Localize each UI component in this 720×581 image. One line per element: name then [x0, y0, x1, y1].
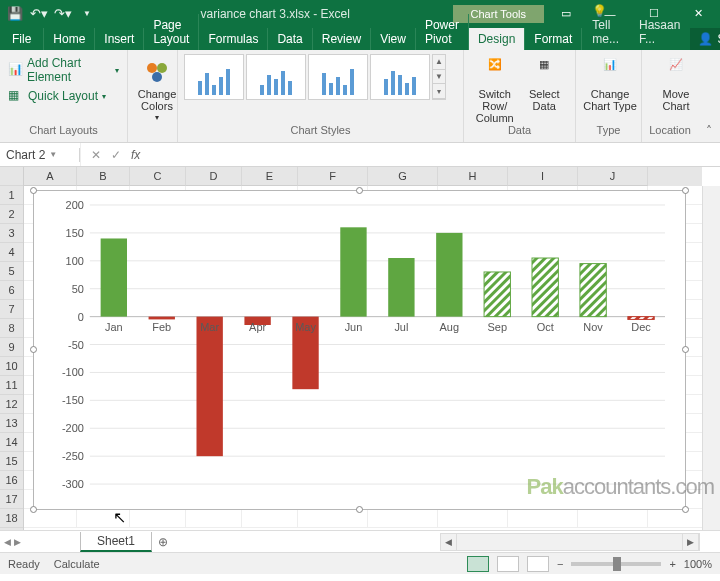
- select-all[interactable]: [0, 167, 23, 186]
- column-header[interactable]: J: [578, 167, 648, 186]
- tab-view[interactable]: View: [371, 28, 416, 50]
- column-header[interactable]: H: [438, 167, 508, 186]
- zoom-in-icon[interactable]: +: [669, 558, 675, 570]
- variance-bar-chart[interactable]: 200150100500-50-100-150-200-250-300JanFe…: [44, 199, 675, 502]
- share-button[interactable]: 👤Share: [690, 28, 720, 50]
- column-header[interactable]: G: [368, 167, 438, 186]
- normal-view-icon[interactable]: [467, 556, 489, 572]
- gallery-more-icon[interactable]: ▾: [433, 84, 445, 99]
- row-header[interactable]: 18: [0, 509, 23, 528]
- save-icon[interactable]: 💾: [4, 3, 26, 25]
- new-sheet-icon[interactable]: ⊕: [158, 535, 178, 549]
- vertical-scrollbar[interactable]: [702, 186, 720, 530]
- style-gallery-controls[interactable]: ▲▼▾: [432, 54, 446, 100]
- row-header[interactable]: 1: [0, 186, 23, 205]
- gallery-up-icon[interactable]: ▲: [433, 55, 445, 70]
- tab-format[interactable]: Format: [525, 28, 582, 50]
- zoom-out-icon[interactable]: −: [557, 558, 563, 570]
- tell-me[interactable]: 💡 Tell me...: [582, 0, 629, 50]
- tab-review[interactable]: Review: [313, 28, 371, 50]
- qat-customize-icon[interactable]: ▼: [76, 3, 98, 25]
- column-header[interactable]: D: [186, 167, 242, 186]
- name-box[interactable]: Chart 2▼: [0, 148, 80, 162]
- scroll-right-icon[interactable]: ▶: [683, 534, 699, 550]
- insert-function-icon[interactable]: fx: [131, 148, 140, 162]
- chart-style-1[interactable]: [184, 54, 244, 100]
- gallery-down-icon[interactable]: ▼: [433, 70, 445, 85]
- column-header[interactable]: F: [298, 167, 368, 186]
- page-break-view-icon[interactable]: [527, 556, 549, 572]
- tab-data[interactable]: Data: [268, 28, 312, 50]
- row-header[interactable]: 13: [0, 414, 23, 433]
- chart-style-2[interactable]: [246, 54, 306, 100]
- cell[interactable]: [508, 509, 578, 527]
- row-header[interactable]: 17: [0, 490, 23, 509]
- row-header[interactable]: 6: [0, 281, 23, 300]
- tab-design[interactable]: Design: [469, 28, 525, 50]
- column-header[interactable]: A: [24, 167, 77, 186]
- name-box-dropdown-icon[interactable]: ▼: [49, 150, 57, 159]
- resize-handle[interactable]: [356, 506, 363, 513]
- zoom-slider[interactable]: [571, 562, 661, 566]
- tab-file[interactable]: File: [0, 28, 44, 50]
- tab-insert[interactable]: Insert: [95, 28, 144, 50]
- undo-icon[interactable]: ↶▾: [28, 3, 50, 25]
- sheet-nav-next-icon[interactable]: ▶: [14, 537, 21, 547]
- page-layout-view-icon[interactable]: [497, 556, 519, 572]
- column-header[interactable]: E: [242, 167, 298, 186]
- resize-handle[interactable]: [30, 346, 37, 353]
- column-header[interactable]: B: [77, 167, 130, 186]
- quick-layout-button[interactable]: ▦Quick Layout▾: [6, 86, 121, 106]
- resize-handle[interactable]: [682, 506, 689, 513]
- tab-formulas[interactable]: Formulas: [199, 28, 268, 50]
- tab-home[interactable]: Home: [44, 28, 95, 50]
- row-header[interactable]: 3: [0, 224, 23, 243]
- cell[interactable]: [186, 509, 242, 527]
- row-header[interactable]: 12: [0, 395, 23, 414]
- cell[interactable]: [242, 509, 298, 527]
- move-chart-button[interactable]: 📈Move Chart: [648, 54, 704, 112]
- row-header[interactable]: 14: [0, 433, 23, 452]
- zoom-level[interactable]: 100%: [684, 558, 712, 570]
- zoom-thumb[interactable]: [613, 557, 621, 571]
- scroll-left-icon[interactable]: ◀: [441, 534, 457, 550]
- cell[interactable]: [438, 509, 508, 527]
- cancel-formula-icon[interactable]: ✕: [91, 148, 101, 162]
- row-header[interactable]: 16: [0, 471, 23, 490]
- row-header[interactable]: 9: [0, 338, 23, 357]
- switch-row-column-button[interactable]: 🔀Switch Row/ Column: [470, 54, 520, 124]
- resize-handle[interactable]: [682, 346, 689, 353]
- sheet-nav-prev-icon[interactable]: ◀: [4, 537, 11, 547]
- cell[interactable]: [578, 509, 648, 527]
- row-header[interactable]: 5: [0, 262, 23, 281]
- accept-formula-icon[interactable]: ✓: [111, 148, 121, 162]
- row-header[interactable]: 2: [0, 205, 23, 224]
- cell[interactable]: [77, 509, 130, 527]
- row-header[interactable]: 7: [0, 300, 23, 319]
- chart-style-4[interactable]: [370, 54, 430, 100]
- row-header[interactable]: 10: [0, 357, 23, 376]
- chart-style-3[interactable]: [308, 54, 368, 100]
- cell[interactable]: [130, 509, 186, 527]
- horizontal-scrollbar[interactable]: ◀ ▶: [440, 533, 700, 551]
- resize-handle[interactable]: [30, 187, 37, 194]
- row-header[interactable]: 11: [0, 376, 23, 395]
- redo-icon[interactable]: ↷▾: [52, 3, 74, 25]
- column-header[interactable]: I: [508, 167, 578, 186]
- resize-handle[interactable]: [30, 506, 37, 513]
- row-header[interactable]: 15: [0, 452, 23, 471]
- row-header[interactable]: 4: [0, 243, 23, 262]
- cell[interactable]: [368, 509, 438, 527]
- collapse-ribbon-icon[interactable]: ˄: [698, 50, 720, 142]
- add-chart-element-button[interactable]: 📊Add Chart Element▾: [6, 54, 121, 86]
- row-header[interactable]: 8: [0, 319, 23, 338]
- sheet-tab[interactable]: Sheet1: [80, 532, 152, 552]
- select-data-button[interactable]: ▦Select Data: [520, 54, 570, 112]
- account-user[interactable]: Hasaan F...: [629, 14, 690, 50]
- chart-object[interactable]: 200150100500-50-100-150-200-250-300JanFe…: [33, 190, 686, 510]
- change-chart-type-button[interactable]: 📊Change Chart Type: [582, 54, 638, 112]
- resize-handle[interactable]: [682, 187, 689, 194]
- column-header[interactable]: C: [130, 167, 186, 186]
- resize-handle[interactable]: [356, 187, 363, 194]
- change-colors-button[interactable]: Change Colors▾: [134, 54, 180, 123]
